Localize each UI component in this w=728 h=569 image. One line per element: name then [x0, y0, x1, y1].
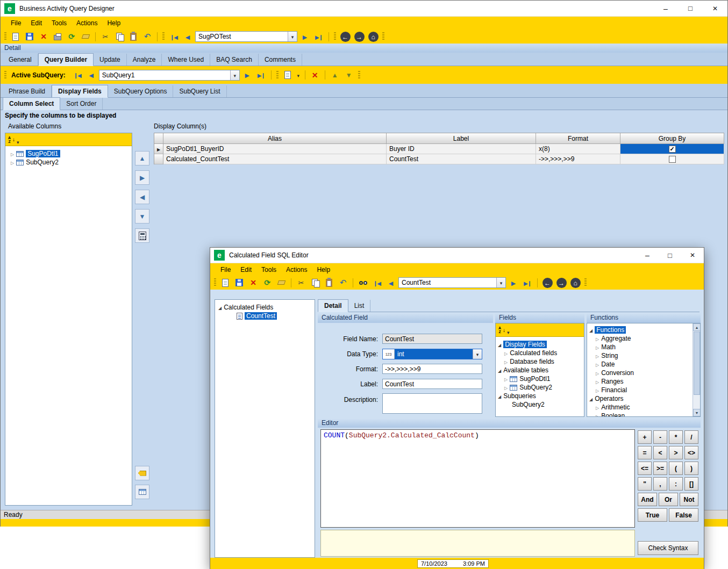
- functions-item-date[interactable]: Date: [596, 360, 615, 369]
- first-record-button[interactable]: [370, 277, 383, 289]
- fields-item-subquery2-child[interactable]: SubQuery2: [512, 400, 545, 409]
- move-subquery-up-button[interactable]: [329, 69, 341, 81]
- op-lparen-button[interactable]: (: [669, 462, 683, 475]
- cell-label[interactable]: CountTest: [387, 154, 536, 164]
- move-up-button[interactable]: ▲: [135, 151, 149, 165]
- tab-baq-search[interactable]: BAQ Search: [210, 54, 259, 66]
- groupby-checkbox[interactable]: [669, 146, 676, 153]
- tab-update[interactable]: Update: [94, 54, 127, 66]
- toolbar-grip[interactable]: [4, 71, 6, 80]
- close-button[interactable]: [703, 1, 727, 16]
- row-selector[interactable]: [154, 154, 163, 164]
- tab-list[interactable]: List: [348, 300, 371, 312]
- save-button[interactable]: [233, 277, 246, 289]
- op-eq-button[interactable]: =: [638, 446, 652, 459]
- minimize-button[interactable]: [653, 1, 678, 16]
- op-brackets-button[interactable]: []: [684, 477, 698, 491]
- expander-icon[interactable]: [596, 378, 599, 385]
- sql-editor-textarea[interactable]: COUNT(SubQuery2.Calculated_CalcCount): [320, 429, 635, 528]
- functions-item-arithmetic[interactable]: Arithmetic: [596, 403, 630, 412]
- copy-button[interactable]: [309, 277, 322, 289]
- op-mul-button[interactable]: *: [669, 430, 683, 444]
- check-syntax-button[interactable]: Check Syntax: [638, 541, 698, 555]
- undo-button[interactable]: [141, 31, 154, 42]
- move-down-button[interactable]: ▼: [135, 209, 149, 224]
- subquery-combobox[interactable]: SubQuery1: [99, 70, 240, 81]
- new-subquery-button[interactable]: [281, 69, 294, 81]
- toolbar-grip[interactable]: [334, 32, 336, 41]
- delete-button[interactable]: [247, 277, 260, 289]
- subquery-first-button[interactable]: [71, 69, 84, 81]
- expander-icon[interactable]: [504, 384, 508, 391]
- expander-icon[interactable]: [498, 341, 501, 348]
- forward-button[interactable]: [353, 31, 366, 42]
- op-colon-button[interactable]: :: [669, 477, 683, 491]
- tab-subquery-options[interactable]: SubQuery Options: [108, 85, 174, 97]
- cut-button[interactable]: [99, 31, 112, 42]
- cell-format[interactable]: x(8): [536, 144, 620, 154]
- combo-dropdown-button[interactable]: [473, 349, 482, 359]
- op-plus-button[interactable]: +: [638, 430, 652, 444]
- op-or-button[interactable]: Or: [659, 493, 678, 506]
- op-not-button[interactable]: Not: [680, 493, 698, 506]
- scroll-up-button[interactable]: ▲: [693, 323, 701, 331]
- op-ne-button[interactable]: <>: [684, 446, 698, 459]
- expander-icon[interactable]: [596, 369, 599, 377]
- menu-tools[interactable]: Tools: [47, 18, 72, 28]
- op-false-button[interactable]: False: [669, 508, 698, 522]
- fields-item-database-fields[interactable]: Database fields: [504, 357, 554, 366]
- prev-record-button[interactable]: [384, 277, 397, 289]
- expander-icon[interactable]: [11, 159, 14, 166]
- expander-icon[interactable]: [596, 335, 599, 342]
- tab-general[interactable]: General: [3, 54, 38, 66]
- subquery-next-button[interactable]: [241, 69, 254, 81]
- menu-tools[interactable]: Tools: [256, 264, 281, 275]
- move-subquery-down-button[interactable]: [342, 69, 355, 81]
- grid-header-format[interactable]: Format: [536, 133, 620, 144]
- op-lt-button[interactable]: <: [653, 446, 667, 459]
- tab-sort-order[interactable]: Sort Order: [60, 98, 103, 110]
- op-le-button[interactable]: <=: [638, 462, 652, 475]
- functions-item-financial[interactable]: Financial: [596, 386, 627, 394]
- available-columns-sort-header[interactable]: AZ ↓: [5, 133, 132, 146]
- functions-item-string[interactable]: String: [596, 351, 618, 360]
- expander-icon[interactable]: [596, 343, 599, 351]
- paste-button[interactable]: [323, 277, 336, 289]
- cell-format[interactable]: ->>,>>>,>>9: [536, 154, 620, 164]
- fields-item-subqueries[interactable]: Subqueries: [498, 392, 536, 400]
- menu-help[interactable]: Help: [312, 264, 335, 275]
- grid-header-label[interactable]: Label: [387, 133, 536, 144]
- description-input[interactable]: [382, 393, 482, 414]
- cell-label[interactable]: Buyer ID: [387, 144, 536, 154]
- toolbar-grip[interactable]: [382, 32, 384, 41]
- fields-item-calculated-fields[interactable]: Calculated fields: [504, 349, 557, 357]
- scroll-down-button[interactable]: ▼: [693, 409, 701, 416]
- menu-help[interactable]: Help: [102, 18, 125, 28]
- toolbar-grip[interactable]: [358, 71, 360, 80]
- home-button[interactable]: [569, 277, 582, 289]
- format-input[interactable]: ->>,>>>,>>9: [382, 364, 482, 374]
- expander-icon[interactable]: [596, 352, 599, 359]
- op-div-button[interactable]: /: [684, 430, 698, 444]
- subquery-last-button[interactable]: [255, 69, 268, 81]
- expander-icon[interactable]: [589, 326, 593, 334]
- functions-item-math[interactable]: Math: [596, 343, 616, 351]
- tree-root-calculated-fields[interactable]: Calculated Fields: [218, 303, 273, 312]
- grid-header-groupby[interactable]: Group By: [620, 133, 724, 144]
- tab-column-select[interactable]: Column Select: [3, 97, 60, 110]
- clear-button[interactable]: [275, 277, 288, 289]
- last-record-button[interactable]: [312, 31, 325, 42]
- forward-button[interactable]: [555, 277, 568, 289]
- expander-icon[interactable]: [498, 366, 501, 374]
- back-button[interactable]: [541, 277, 554, 289]
- menu-actions[interactable]: Actions: [281, 264, 312, 275]
- label-editor-button[interactable]: [135, 466, 149, 480]
- refresh-button[interactable]: [65, 31, 78, 42]
- functions-item-conversion[interactable]: Conversion: [596, 369, 634, 377]
- first-record-button[interactable]: [167, 31, 180, 42]
- home-button[interactable]: [367, 31, 380, 42]
- row-selector[interactable]: [154, 144, 163, 154]
- expander-icon[interactable]: [11, 150, 14, 157]
- expander-icon[interactable]: [596, 386, 599, 394]
- tab-comments[interactable]: Comments: [259, 54, 302, 66]
